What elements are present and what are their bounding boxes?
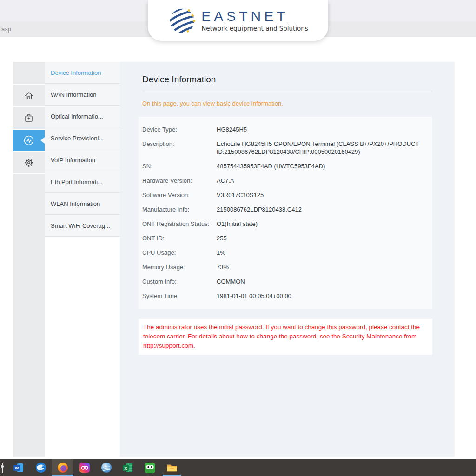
sidebar-menu-item-label: Eth Port Informati... bbox=[51, 178, 103, 185]
main-content: Device Information On this page, you can… bbox=[120, 62, 455, 457]
sidebar-menu-item-3[interactable]: Service Provisioni... bbox=[45, 127, 120, 149]
sidebar-menu-item-0[interactable]: Device Information bbox=[45, 62, 120, 84]
info-row-value: V3R017C10S125 bbox=[217, 191, 432, 199]
sidebar-menu-item-label: WLAN Information bbox=[51, 200, 100, 207]
device-info-panel: Device Type: HG8245H5 Description: EchoL… bbox=[139, 117, 432, 309]
sidebar-menu-item-4[interactable]: VoIP Information bbox=[45, 149, 120, 171]
info-row-label: Memory Usage: bbox=[142, 263, 213, 271]
rail-item-toolkit[interactable] bbox=[13, 107, 45, 129]
taskbar-app-adobe[interactable] bbox=[73, 459, 95, 476]
info-row: SN: 485754435953F4AD (HWTC5953F4AD) bbox=[142, 159, 432, 173]
icon-rail bbox=[13, 62, 45, 457]
file-explorer-icon bbox=[166, 462, 178, 474]
sidebar-menu-item-label: Device Information bbox=[51, 69, 101, 76]
address-bar-url-fragment: asp bbox=[0, 26, 11, 33]
sidebar-menu-item-2[interactable]: Optical Informatio... bbox=[45, 106, 120, 127]
info-row-label: Manufacture Info: bbox=[142, 205, 213, 213]
password-warning-text: The administrator uses the initial passw… bbox=[143, 324, 420, 349]
blue-globe-app-icon bbox=[100, 462, 112, 474]
adobe-creative-cloud-icon bbox=[79, 462, 90, 473]
info-row-value: HG8245H5 bbox=[217, 126, 432, 133]
taskbar-app-firefox[interactable] bbox=[52, 459, 73, 476]
page-note: On this page, you can view basic device … bbox=[142, 100, 455, 107]
info-row: Custom Info: COMMON bbox=[142, 274, 432, 289]
sidebar-menu-item-1[interactable]: WAN Information bbox=[45, 84, 120, 106]
windows-taskbar: WX bbox=[0, 459, 476, 476]
brand-tagline: Network equipment and Solutions bbox=[201, 25, 308, 32]
taskbar-app-thunderbird[interactable] bbox=[30, 459, 52, 476]
sidebar-menu-item-7[interactable]: Smart WiFi Coverag... bbox=[45, 215, 120, 237]
info-row-value: O1(Initial state) bbox=[217, 220, 432, 228]
rail-item-home[interactable] bbox=[13, 85, 45, 106]
info-row-value: COMMON bbox=[217, 278, 432, 285]
screen: asp EASTNET Network equipment and Soluti… bbox=[0, 0, 476, 476]
info-row: System Time: 1981-01-01 00:05:04+00:00 bbox=[142, 289, 432, 303]
striped-globe-icon bbox=[168, 7, 197, 35]
taskbar-app-sphere[interactable] bbox=[95, 459, 117, 476]
firefox-icon bbox=[57, 462, 69, 474]
brand-logo-card: EASTNET Network equipment and Solutions bbox=[148, 0, 328, 41]
info-row-value: 73% bbox=[217, 263, 432, 271]
info-row-value: 1% bbox=[217, 249, 432, 257]
info-row: CPU Usage: 1% bbox=[142, 245, 432, 260]
thunderbird-icon bbox=[35, 462, 47, 474]
taskbar-app-folder[interactable] bbox=[161, 459, 183, 476]
sidebar-menu-item-label: Optical Informatio... bbox=[51, 113, 103, 120]
sidebar-menu-item-label: WAN Information bbox=[51, 91, 97, 98]
excel-icon: X bbox=[122, 462, 134, 474]
info-row-label: Custom Info: bbox=[142, 278, 213, 285]
info-row-value: 255 bbox=[217, 234, 432, 242]
info-row: Software Version: V3R017C10S125 bbox=[142, 188, 432, 202]
page-title: Device Information bbox=[142, 73, 455, 86]
info-row: Hardware Version: AC7.A bbox=[142, 173, 432, 188]
info-row-label: CPU Usage: bbox=[142, 249, 213, 257]
info-row-value: EchoLife HG8245H5 GPON/EPON Terminal (CL… bbox=[217, 140, 432, 156]
rail-cell-empty bbox=[13, 62, 45, 84]
green-owl-app-icon bbox=[144, 462, 156, 474]
pinned-app-partial-icon bbox=[1, 463, 5, 473]
brand-name: EASTNET bbox=[201, 9, 308, 23]
taskbar-app-owl[interactable] bbox=[139, 459, 161, 476]
info-row-label: ONT Registration Status: bbox=[142, 220, 213, 228]
info-row-value: 1981-01-01 00:05:04+00:00 bbox=[217, 292, 432, 300]
rail-item-status[interactable] bbox=[13, 130, 45, 151]
gear-icon bbox=[23, 157, 34, 168]
info-row-label: Description: bbox=[142, 140, 213, 156]
info-row: ONT Registration Status: O1(Initial stat… bbox=[142, 217, 432, 231]
info-row-label: Hardware Version: bbox=[142, 177, 213, 185]
title-divider bbox=[142, 91, 432, 91]
info-row-label: System Time: bbox=[142, 292, 213, 300]
taskbar-app-partial[interactable] bbox=[0, 459, 8, 476]
password-warning-box: The administrator uses the initial passw… bbox=[139, 319, 432, 355]
info-row-value: 485754435953F4AD (HWTC5953F4AD) bbox=[217, 162, 432, 170]
pulse-circle-icon bbox=[23, 134, 35, 146]
sidebar-menu: Device Information WAN Information Optic… bbox=[45, 62, 120, 237]
sidebar-menu-item-6[interactable]: WLAN Information bbox=[45, 193, 120, 215]
sidebar-menu-item-label: Smart WiFi Coverag... bbox=[51, 222, 110, 229]
sidebar-menu-item-label: VoIP Information bbox=[51, 157, 95, 164]
home-icon bbox=[23, 90, 34, 101]
info-row-label: SN: bbox=[142, 162, 213, 170]
info-row: Memory Usage: 73% bbox=[142, 260, 432, 274]
rail-item-settings[interactable] bbox=[13, 152, 45, 173]
info-row: Manufacture Info: 2150086762LDP8120438.C… bbox=[142, 202, 432, 217]
taskbar-app-excel[interactable]: X bbox=[117, 459, 139, 476]
sidebar-menu-item-label: Service Provisioni... bbox=[51, 135, 104, 142]
info-row: Description: EchoLife HG8245H5 GPON/EPON… bbox=[142, 137, 432, 159]
first-aid-kit-icon bbox=[23, 112, 34, 124]
info-row: ONT ID: 255 bbox=[142, 231, 432, 245]
word-icon: W bbox=[13, 462, 25, 474]
svg-text:W: W bbox=[15, 466, 19, 470]
info-row-value: AC7.A bbox=[217, 177, 432, 185]
info-row-label: Software Version: bbox=[142, 191, 213, 199]
info-row-label: Device Type: bbox=[142, 126, 213, 133]
info-row-value: 2150086762LDP8120438.C412 bbox=[217, 205, 432, 213]
sidebar-menu-item-5[interactable]: Eth Port Informati... bbox=[45, 171, 120, 193]
taskbar-app-word[interactable]: W bbox=[8, 459, 30, 476]
rail-filler bbox=[13, 174, 45, 457]
info-row: Device Type: HG8245H5 bbox=[142, 122, 432, 137]
svg-text:X: X bbox=[124, 465, 127, 470]
info-row-label: ONT ID: bbox=[142, 234, 213, 242]
